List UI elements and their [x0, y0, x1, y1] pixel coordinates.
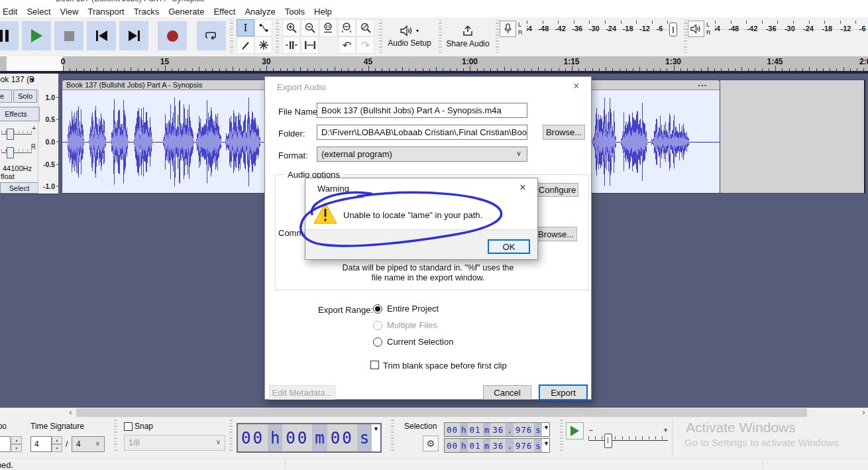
toolbar-grip[interactable]	[379, 20, 382, 53]
time-field-arrow-icon[interactable]: ▼	[373, 426, 379, 432]
zoom-out-button[interactable]	[301, 19, 319, 36]
gain-slider[interactable]: +	[1, 127, 36, 139]
fit-selection-button[interactable]	[319, 19, 337, 36]
pause-button[interactable]	[0, 21, 19, 50]
scroll-left-icon[interactable]: ‹	[66, 408, 75, 418]
timeline-ruler[interactable]: 01530451:001:151:301:452:00	[0, 56, 868, 71]
menu-tracks[interactable]: Tracks	[134, 7, 160, 17]
toolbar-grip[interactable]	[229, 420, 233, 453]
tempo-label: Tempo	[0, 422, 7, 431]
radio-multiple-files[interactable]: Multiple Files	[373, 320, 437, 330]
menu-transport[interactable]: Transport	[88, 7, 125, 17]
vertical-scale-label: -0.5	[43, 160, 55, 168]
selection-start-field[interactable]: 00h01m36.976s▼	[444, 422, 550, 437]
ok-button[interactable]: OK	[488, 239, 530, 254]
toolbar-grip[interactable]	[114, 420, 117, 453]
close-icon[interactable]: ×	[570, 80, 583, 92]
menu-help[interactable]: Help	[314, 7, 332, 17]
edit-metadata-button[interactable]: Edit Metadata...	[269, 385, 335, 400]
selection-end-field[interactable]: 00h01m36.976s▼	[444, 438, 550, 453]
snap-value-dropdown[interactable]: 1/8∨	[124, 435, 225, 451]
ts-lower-dropdown[interactable]: 4∨	[72, 436, 105, 452]
zoom-in-button[interactable]	[282, 19, 300, 36]
clip-menu-icon[interactable]: •••	[698, 81, 708, 90]
ts-upper-spinner[interactable]: ▲▼	[52, 436, 62, 452]
toolbar-grip[interactable]	[276, 20, 279, 53]
vertical-scale-ruler[interactable]: 1.00.50.0-0.5-1.0	[38, 89, 59, 194]
format-dropdown[interactable]: (external program) ∨	[317, 147, 527, 162]
skip-to-end-button[interactable]	[119, 21, 148, 50]
menu-select[interactable]: Select	[27, 7, 50, 17]
fit-project-button[interactable]	[338, 19, 356, 36]
stop-button[interactable]	[54, 21, 83, 50]
redo-button[interactable]: ↷	[356, 36, 374, 54]
play-at-speed-button[interactable]	[566, 422, 584, 440]
meter-scale-label: -36	[766, 25, 777, 32]
loop-button[interactable]	[197, 21, 226, 50]
menu-generate[interactable]: Generate	[168, 7, 204, 17]
toolbar-grip[interactable]	[391, 420, 394, 453]
time-field-arrow-icon[interactable]: ▼	[543, 424, 549, 431]
toolbar-grip[interactable]	[439, 20, 442, 53]
undo-button[interactable]: ↶	[338, 36, 356, 54]
trim-blank-checkbox[interactable]	[370, 361, 379, 369]
share-audio-button[interactable]: Share Audio	[443, 20, 493, 53]
speed-slider-thumb[interactable]	[604, 434, 612, 448]
file-name-input[interactable]: Book 137 (Bullshit Jobs) Part A - Synops…	[317, 103, 527, 118]
audio-position-display[interactable]: 00h00m00s▼	[237, 423, 382, 453]
record-volume-slider[interactable]	[669, 23, 677, 36]
scrollbar-thumb[interactable]	[76, 408, 807, 417]
menu-analyze[interactable]: Analyze	[244, 7, 275, 17]
tempo-input[interactable]	[0, 436, 11, 452]
trim-audio-button[interactable]	[282, 36, 300, 54]
time-field-arrow-icon[interactable]: ▼	[543, 440, 549, 447]
audio-setup-button[interactable]: ▾ Audio Setup	[383, 20, 436, 53]
folder-browse-button[interactable]: Browse...	[543, 125, 585, 140]
silence-audio-button[interactable]	[301, 36, 319, 54]
playback-meter-button[interactable]	[688, 21, 704, 37]
play-button[interactable]	[22, 21, 51, 50]
folder-input[interactable]: D:\Fiverr\LOBAAB\Lobaab Cristian\,Final …	[317, 125, 527, 140]
selection-tool-button[interactable]: I	[237, 19, 254, 36]
multi-tool-button[interactable]	[254, 36, 272, 54]
skip-to-start-button[interactable]	[87, 21, 116, 50]
cancel-button[interactable]: Cancel	[483, 385, 531, 400]
ts-upper-input[interactable]: 4	[30, 436, 52, 452]
playback-meter[interactable]: LR -54-48-42-36-30-24-18-12-60	[688, 21, 868, 39]
scroll-right-icon[interactable]: ›	[859, 408, 868, 418]
radio-entire-project[interactable]: Entire Project	[373, 304, 439, 314]
mute-button[interactable]: Mute	[0, 89, 12, 103]
solo-button[interactable]: Solo	[13, 89, 37, 103]
record-meter-button[interactable]	[500, 21, 516, 37]
toolbar-grip[interactable]	[560, 420, 563, 453]
menu-edit[interactable]: Edit	[3, 7, 17, 17]
activate-windows-watermark: Activate Windows	[686, 420, 796, 436]
envelope-tool-button[interactable]	[254, 19, 272, 36]
menu-tools[interactable]: Tools	[285, 7, 305, 17]
close-icon[interactable]: ×	[516, 182, 529, 194]
track-select-button[interactable]: Select	[0, 182, 38, 194]
record-meter[interactable]: LR -54-48-42-36-30-24-18-12-60	[500, 21, 680, 39]
tempo-spinner[interactable]: ▲▼	[11, 436, 22, 452]
export-button[interactable]: Export	[539, 384, 588, 400]
toolbar-grip[interactable]	[230, 20, 233, 53]
snap-checkbox[interactable]	[124, 422, 133, 431]
toolbar-grip[interactable]	[496, 20, 499, 53]
play-speed-slider[interactable]: − +	[587, 424, 669, 451]
horizontal-scrollbar[interactable]: ‹ ›	[0, 408, 868, 418]
toolbar-grip[interactable]	[684, 20, 687, 53]
zoom-toggle-button[interactable]	[356, 19, 374, 36]
radio-current-selection[interactable]: Current Selection	[373, 337, 453, 347]
draw-tool-button[interactable]	[237, 36, 254, 54]
track-menu-arrow-icon[interactable]: ▼	[29, 76, 36, 84]
command-browse-button[interactable]: Browse...	[535, 227, 577, 241]
record-button[interactable]	[158, 21, 187, 50]
selection-settings-button[interactable]: ⚙	[423, 436, 439, 451]
menu-view[interactable]: View	[60, 7, 79, 17]
menu-effect[interactable]: Effect	[213, 7, 235, 17]
empty-track-lane[interactable]	[720, 80, 865, 194]
configure-button[interactable]: Configure	[536, 183, 578, 197]
pan-slider[interactable]: R	[1, 145, 36, 157]
track-control-panel[interactable]: Book 137 (B ▼ Mute Solo Effects + R 4410…	[0, 74, 58, 194]
effects-button[interactable]: Effects	[0, 107, 40, 121]
